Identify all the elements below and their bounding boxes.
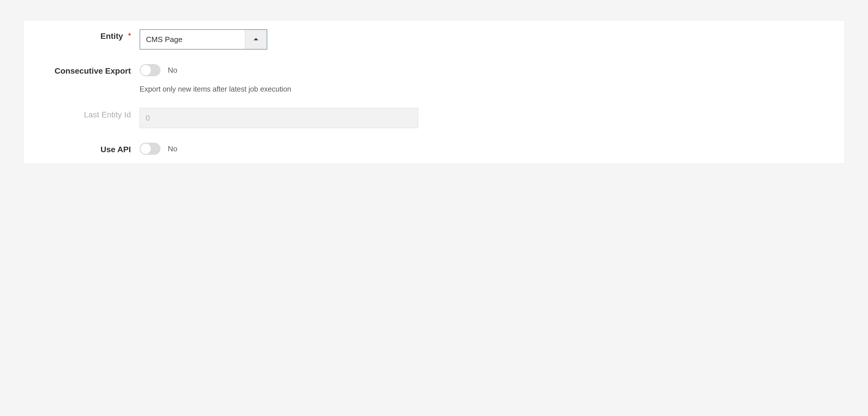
- consecutive-export-helper: Export only new items after latest job e…: [140, 85, 833, 93]
- entity-control: CMS Page: [140, 29, 833, 49]
- consecutive-export-control: No Export only new items after latest jo…: [140, 64, 833, 93]
- entity-select[interactable]: CMS Page: [140, 29, 267, 49]
- consecutive-export-label: Consecutive Export: [35, 64, 140, 76]
- last-entity-id-label: Last Entity Id: [35, 108, 140, 119]
- use-api-toggle[interactable]: [140, 143, 160, 155]
- entity-select-value: CMS Page: [140, 30, 245, 49]
- form-panel: Entity * CMS Page Consecutive Export: [23, 20, 845, 164]
- entity-row: Entity * CMS Page: [35, 29, 833, 49]
- use-api-row: Use API No: [35, 143, 833, 155]
- use-api-toggle-row: No: [140, 143, 833, 155]
- entity-label: Entity *: [35, 29, 140, 41]
- chevron-up-icon: [253, 37, 258, 42]
- required-asterisk: *: [128, 32, 131, 39]
- consecutive-export-state: No: [168, 66, 177, 75]
- last-entity-id-input: [140, 108, 418, 128]
- consecutive-export-toggle[interactable]: [140, 64, 160, 76]
- use-api-label: Use API: [35, 143, 140, 154]
- consecutive-export-row: Consecutive Export No Export only new it…: [35, 64, 833, 93]
- last-entity-id-control: [140, 108, 833, 128]
- toggle-knob: [140, 65, 151, 76]
- use-api-control: No: [140, 143, 833, 155]
- entity-select-arrow-button[interactable]: [245, 30, 267, 49]
- last-entity-id-row: Last Entity Id: [35, 108, 833, 128]
- consecutive-export-toggle-row: No: [140, 64, 833, 76]
- use-api-state: No: [168, 144, 177, 153]
- toggle-knob: [140, 143, 151, 154]
- entity-label-text: Entity: [100, 32, 123, 41]
